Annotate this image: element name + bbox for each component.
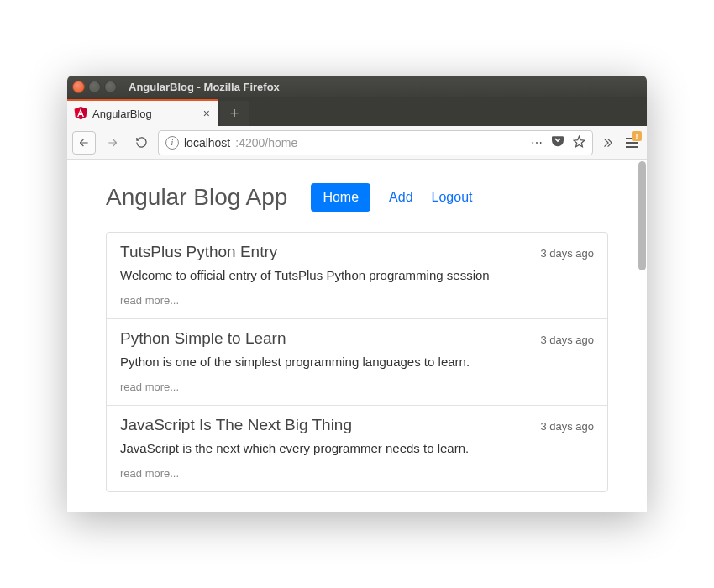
page-header: Angular Blog App Home Add Logout	[106, 183, 608, 212]
main-menu-button[interactable]: !	[622, 131, 642, 155]
browser-toolbar: i localhost:4200/home ⋯ !	[67, 126, 647, 160]
menu-warning-badge: !	[632, 131, 642, 141]
post-item: TutsPlus Python Entry 3 days ago Welcome…	[107, 233, 607, 319]
scrollbar-thumb[interactable]	[638, 161, 646, 270]
angular-favicon-icon	[74, 107, 87, 120]
page-content: Angular Blog App Home Add Logout TutsPlu…	[67, 160, 647, 501]
url-bar[interactable]: i localhost:4200/home ⋯	[158, 130, 593, 155]
url-host: localhost	[184, 136, 230, 150]
post-body: JavaScript is the next which every progr…	[120, 441, 594, 455]
post-body: Welcome to official entry of TutsPlus Py…	[120, 268, 594, 282]
pocket-icon[interactable]	[551, 135, 564, 150]
tab-close-icon[interactable]: ×	[202, 107, 212, 120]
page-viewport: Angular Blog App Home Add Logout TutsPlu…	[67, 160, 647, 512]
post-time: 3 days ago	[540, 333, 594, 346]
arrow-right-icon	[107, 137, 118, 149]
urlbar-right-icons: ⋯	[531, 135, 585, 150]
bookmark-star-icon[interactable]	[573, 135, 585, 150]
post-list: TutsPlus Python Entry 3 days ago Welcome…	[106, 232, 608, 492]
post-title: Python Simple to Learn	[120, 329, 286, 348]
post-time: 3 days ago	[540, 247, 594, 260]
toolbar-overflow-button[interactable]	[598, 131, 617, 155]
post-title: TutsPlus Python Entry	[120, 243, 277, 261]
new-tab-button[interactable]: +	[220, 101, 249, 126]
post-header: Python Simple to Learn 3 days ago	[120, 329, 594, 348]
nav-add[interactable]: Add	[389, 190, 412, 205]
nav-logout[interactable]: Logout	[432, 190, 473, 205]
page-title: Angular Blog App	[106, 184, 287, 211]
browser-tab[interactable]: AngularBlog ×	[67, 99, 218, 126]
post-title: JavaScript Is The Next Big Thing	[120, 416, 352, 434]
forward-button[interactable]	[101, 131, 124, 155]
window-title: AngularBlog - Mozilla Firefox	[129, 81, 280, 93]
post-item: JavaScript Is The Next Big Thing 3 days …	[107, 406, 607, 491]
chevron-double-right-icon	[601, 137, 613, 149]
arrow-left-icon	[78, 137, 90, 149]
post-body: Python is one of the simplest programmin…	[120, 354, 594, 369]
post-time: 3 days ago	[540, 420, 594, 433]
read-more-link[interactable]: read more...	[120, 381, 594, 393]
nav-links: Home Add Logout	[311, 183, 472, 212]
post-item: Python Simple to Learn 3 days ago Python…	[107, 319, 607, 406]
read-more-link[interactable]: read more...	[120, 467, 594, 480]
url-path: :4200/home	[235, 136, 297, 150]
reload-icon	[135, 136, 148, 149]
window-close-button[interactable]	[72, 81, 85, 93]
post-header: JavaScript Is The Next Big Thing 3 days …	[120, 416, 594, 434]
site-info-icon[interactable]: i	[165, 136, 179, 150]
window-minimize-button[interactable]	[88, 81, 101, 93]
post-header: TutsPlus Python Entry 3 days ago	[120, 243, 594, 261]
window-maximize-button[interactable]	[104, 81, 117, 93]
window-titlebar: AngularBlog - Mozilla Firefox	[67, 76, 647, 97]
back-button[interactable]	[72, 131, 96, 155]
browser-window: AngularBlog - Mozilla Firefox AngularBlo…	[67, 76, 647, 512]
tab-title: AngularBlog	[92, 108, 197, 120]
reload-button[interactable]	[129, 131, 153, 155]
page-actions-icon[interactable]: ⋯	[531, 136, 543, 150]
nav-home[interactable]: Home	[311, 183, 370, 212]
tab-bar: AngularBlog × +	[67, 97, 647, 126]
read-more-link[interactable]: read more...	[120, 294, 594, 307]
